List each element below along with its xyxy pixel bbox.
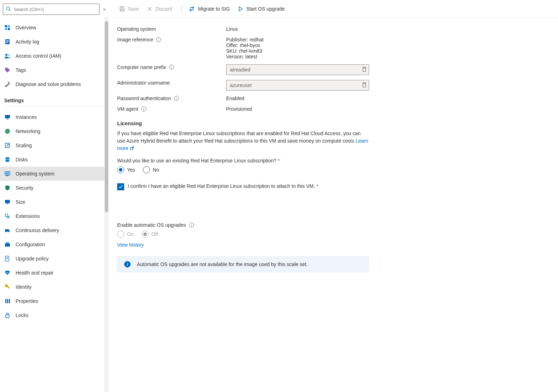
- properties-icon: [4, 298, 11, 304]
- info-icon[interactable]: i: [189, 223, 194, 227]
- save-button[interactable]: Save: [116, 2, 142, 15]
- info-text: Automatic OS upgrades are not available …: [137, 261, 308, 267]
- required-indicator: *: [278, 158, 280, 163]
- info-icon[interactable]: i: [174, 96, 179, 101]
- toolbar-label: Migrate to SIG: [198, 6, 230, 12]
- nav-networking[interactable]: Networking: [0, 124, 109, 138]
- nav-continuous-delivery[interactable]: Continuous delivery: [0, 223, 109, 237]
- nav-locks[interactable]: Locks: [0, 308, 109, 322]
- nav-extensions[interactable]: Extensions: [0, 209, 109, 223]
- nav-diagnose[interactable]: Diagnose and solve problems: [0, 77, 109, 91]
- toolbox-icon: [4, 241, 11, 248]
- required-indicator: *: [316, 183, 318, 189]
- collapse-sidebar-button[interactable]: «: [103, 6, 106, 12]
- svg-point-11: [8, 54, 10, 56]
- nav-overview[interactable]: Overview: [0, 21, 109, 35]
- nav-size[interactable]: Size: [0, 195, 109, 209]
- auto-label-row: Enable automatic OS upgrades i: [117, 222, 550, 228]
- nav-label: Activity log: [16, 39, 39, 45]
- main: Save Discard Migrate to SIG Start OS upg…: [109, 0, 558, 392]
- svg-point-0: [6, 7, 10, 10]
- radio-yes-label: Yes: [127, 167, 135, 173]
- toolbar-label: Save: [128, 6, 139, 12]
- imgref-publisher: Publisher: redhat: [226, 37, 264, 42]
- confirm-checkbox[interactable]: [117, 183, 124, 190]
- auto-label: Enable automatic OS upgrades: [117, 222, 186, 228]
- nav-configuration[interactable]: Configuration: [0, 237, 109, 252]
- svg-point-13: [5, 85, 7, 87]
- nav-label: Scaling: [16, 143, 32, 148]
- svg-rect-27: [7, 216, 10, 218]
- lock-icon: [4, 312, 11, 318]
- nav-scaling[interactable]: Scaling: [0, 138, 109, 152]
- pwauth-label-text: Password authentication: [117, 96, 171, 101]
- nav-instances[interactable]: Instances: [0, 110, 109, 124]
- svg-rect-45: [363, 83, 366, 87]
- settings-heading: Settings: [0, 91, 109, 105]
- nav-label: Properties: [16, 298, 38, 304]
- svg-rect-35: [7, 286, 10, 289]
- licensing-desc-text: If you have eligible Red Hat Enterprise …: [117, 131, 361, 144]
- people-icon: [4, 53, 11, 59]
- save-icon: [119, 6, 125, 12]
- svg-rect-15: [6, 119, 8, 119]
- question-text: Would you like to use an existing Red Ha…: [117, 158, 276, 163]
- nav-health[interactable]: Health and repair: [0, 266, 109, 280]
- nav-disks[interactable]: Disks: [0, 152, 109, 167]
- prefix-value: alreadied: [230, 67, 251, 73]
- nav-properties[interactable]: Properties: [0, 294, 109, 308]
- search-box[interactable]: [3, 4, 99, 15]
- migrate-button[interactable]: Migrate to SIG: [186, 2, 232, 15]
- svg-rect-5: [8, 28, 10, 30]
- nav-settings: Instances Networking Scaling Disks Opera…: [0, 110, 109, 322]
- info-icon[interactable]: i: [141, 106, 146, 111]
- vmagent-label: VM agent i: [117, 106, 226, 112]
- nav-label: Access control (IAM): [16, 53, 61, 59]
- copy-icon[interactable]: [362, 82, 367, 88]
- nav-operating-system[interactable]: Operating system: [0, 167, 109, 181]
- wrench-icon: [4, 81, 11, 87]
- os-icon: [4, 171, 11, 177]
- imageref-label: Image reference i: [117, 37, 226, 42]
- copy-icon[interactable]: [362, 67, 367, 73]
- scrollbar-thumb[interactable]: [105, 21, 108, 212]
- svg-rect-37: [7, 299, 8, 303]
- search-icon: [6, 6, 11, 12]
- nav-label: Identity: [16, 284, 31, 290]
- search-input[interactable]: [14, 7, 96, 12]
- nav-upgrade-policy[interactable]: Upgrade policy: [0, 252, 109, 266]
- nav-label: Diagnose and solve problems: [16, 81, 81, 87]
- radio-no-label: No: [153, 167, 159, 173]
- log-icon: [4, 39, 11, 45]
- nav-label: Extensions: [16, 213, 40, 219]
- radio-off: [142, 231, 149, 238]
- imgref-version: Version: latest: [226, 54, 264, 59]
- radio-yes[interactable]: [117, 166, 124, 173]
- info-icon[interactable]: i: [169, 65, 174, 70]
- svg-rect-31: [5, 243, 10, 247]
- svg-point-29: [6, 231, 7, 232]
- info-icon[interactable]: i: [156, 37, 161, 42]
- svg-rect-40: [121, 9, 123, 11]
- nav-security[interactable]: Security: [0, 181, 109, 195]
- globe-icon: [4, 128, 11, 134]
- svg-rect-23: [6, 175, 8, 176]
- vmagent-value: Provisioned: [226, 106, 252, 112]
- nav-label: Continuous delivery: [16, 227, 59, 233]
- start-upgrade-button[interactable]: Start OS upgrade: [235, 2, 288, 15]
- nav-activity-log[interactable]: Activity log: [0, 35, 109, 49]
- view-history-link[interactable]: View history: [117, 242, 550, 248]
- vmagent-label-text: VM agent: [117, 106, 138, 112]
- nav-label: Disks: [16, 157, 28, 162]
- nav-label: Operating system: [16, 171, 54, 177]
- svg-line-1: [9, 10, 11, 11]
- subscription-question: Would you like to use an existing Red Ha…: [117, 158, 550, 163]
- svg-rect-39: [6, 315, 9, 318]
- nav-access-control[interactable]: Access control (IAM): [0, 49, 109, 63]
- close-icon: [147, 6, 153, 12]
- sidebar-scrollbar[interactable]: [104, 17, 109, 392]
- discard-button[interactable]: Discard: [144, 2, 175, 15]
- nav-tags[interactable]: Tags: [0, 63, 109, 77]
- nav-identity[interactable]: Identity: [0, 280, 109, 294]
- radio-no[interactable]: [143, 166, 150, 173]
